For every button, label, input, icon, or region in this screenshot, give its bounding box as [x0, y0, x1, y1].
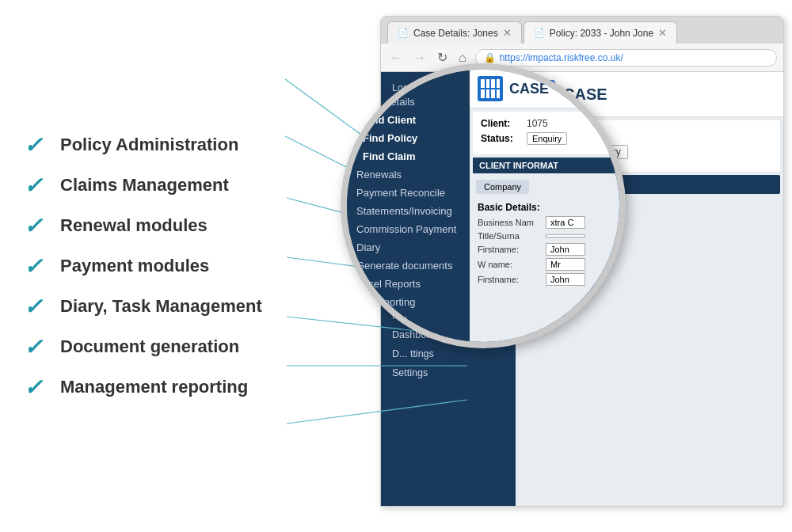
- feature-item-policy-admin: ✓ Policy Administration: [24, 132, 364, 158]
- feature-label-renewal-modules: Renewal modules: [60, 215, 208, 236]
- magnifier-wname-row: W name: Mr: [478, 258, 611, 271]
- magnifier-client-label: Client:: [481, 118, 520, 129]
- magnifier-business-value: xtra C: [546, 216, 585, 229]
- mag-nav-item-11: Excel Reports: [347, 275, 470, 293]
- feature-item-payment-modules: ✓ Payment modules: [24, 253, 364, 279]
- checkmark-claims-mgmt: ✓: [24, 173, 46, 199]
- mag-nav-item-10: Generate documents: [347, 256, 470, 275]
- refresh-button[interactable]: ↻: [435, 50, 450, 65]
- tab-label-1: Policy: 2033 - John Jone: [550, 28, 653, 39]
- tab-icon-1: 📄: [534, 28, 545, 38]
- magnifier-firstname2-row: Firstname: John: [478, 273, 611, 286]
- magnifier-title: CASE: [509, 81, 549, 97]
- browser-tab-0[interactable]: 📄 Case Details: Jones ✕: [387, 21, 522, 44]
- nav-item-15[interactable]: Settings: [381, 363, 516, 382]
- magnifier-details: Basic Details: Business Nam xtra C Title…: [470, 197, 619, 293]
- magnifier-status-badge: Enquiry: [527, 132, 567, 145]
- checkmark-doc-gen: ✓: [24, 334, 46, 360]
- magnifier-firstname-row: Firstname: John: [478, 243, 611, 256]
- tab-close-1[interactable]: ✕: [658, 27, 667, 39]
- magnifier-firstname2-label: Firstname:: [478, 275, 541, 284]
- feature-label-mgmt-reporting: Management reporting: [60, 377, 248, 397]
- magnifier-status-label: Status:: [481, 133, 520, 144]
- feature-item-claims-mgmt: ✓ Claims Management: [24, 173, 364, 199]
- magnifier-firstname2-value: John: [546, 273, 585, 286]
- magnifier-wname-label: W name:: [478, 260, 541, 269]
- browser-tab-1[interactable]: 📄 Policy: 2033 - John Jone ✕: [524, 21, 677, 44]
- magnifier-content: LoginCase DetailsFind ClientFind PolicyF…: [347, 70, 619, 342]
- magnifier-status-row: Status: Enquiry: [481, 132, 608, 145]
- magnifier-firstname-value: John: [546, 243, 585, 256]
- magnifier-client-value: 1075: [527, 118, 548, 129]
- feature-item-doc-gen: ✓ Document generation: [24, 334, 364, 360]
- magnifier-title-label: Title/Surna: [478, 231, 541, 241]
- magnifier-title-value: [546, 234, 585, 238]
- feature-list: ✓ Policy Administration ✓ Claims Managem…: [0, 0, 364, 532]
- mag-nav-item-8: Commission Payment: [347, 220, 470, 238]
- back-button[interactable]: ←: [387, 51, 405, 65]
- mag-nav-item-9: Diary: [347, 238, 470, 256]
- browser-tabs: 📄 Case Details: Jones ✕ 📄 Policy: 2033 -…: [381, 17, 783, 44]
- lock-icon: 🔒: [484, 52, 496, 63]
- checkmark-renewal-modules: ✓: [24, 213, 46, 239]
- magnifier-client-row: Client: 1075: [481, 118, 608, 129]
- mag-nav-item-6: Payment Reconcile: [347, 184, 470, 202]
- checkmark-payment-modules: ✓: [24, 253, 46, 279]
- checkmark-mgmt-reporting: ✓: [24, 374, 46, 401]
- tab-close-0[interactable]: ✕: [503, 27, 512, 39]
- magnifier-section-header: CLIENT INFORMAT: [473, 158, 616, 173]
- checkmark-diary-task: ✓: [24, 294, 46, 320]
- magnifier-title-row: Title/Surna: [478, 231, 611, 241]
- mag-nav-item-3: Find Policy: [347, 129, 470, 147]
- magnifier-calendar-icon: [478, 76, 503, 101]
- feature-label-doc-gen: Document generation: [60, 336, 239, 357]
- tab-icon-0: 📄: [398, 28, 409, 38]
- feature-label-policy-admin: Policy Administration: [60, 135, 238, 155]
- feature-item-renewal-modules: ✓ Renewal modules: [24, 213, 364, 239]
- feature-item-mgmt-reporting: ✓ Management reporting: [24, 374, 364, 401]
- forward-button[interactable]: →: [411, 51, 428, 65]
- mag-nav-item-12: MI Reporting: [347, 293, 470, 311]
- mag-nav-item-5: Renewals: [347, 165, 470, 184]
- tab-label-0: Case Details: Jones: [413, 28, 498, 39]
- magnifier-details-title: Basic Details:: [478, 202, 611, 213]
- mag-nav-item-7: Statements/Invoicing: [347, 202, 470, 220]
- feature-item-diary-task: ✓ Diary, Task Management: [24, 294, 364, 320]
- mag-nav-item-13: Dashboard: [347, 311, 470, 329]
- feature-label-claims-mgmt: Claims Management: [60, 175, 229, 196]
- magnifier-business-label: Business Nam: [478, 218, 541, 227]
- mag-nav-item-4: Find Claim: [347, 147, 470, 165]
- magnifier-business-row: Business Nam xtra C: [478, 216, 611, 229]
- magnifier-company-tab[interactable]: Company: [476, 180, 529, 194]
- magnifier-firstname-label: Firstname:: [478, 245, 541, 254]
- mag-nav-item-1: Case Details: [347, 93, 470, 111]
- url-text: https://impacta.riskfree.co.uk/: [500, 52, 623, 63]
- feature-label-payment-modules: Payment modules: [60, 256, 209, 276]
- home-button[interactable]: ⌂: [456, 51, 469, 65]
- magnifier-tabs: Company: [470, 177, 619, 197]
- magnifier: LoginCase DetailsFind ClientFind PolicyF…: [341, 63, 626, 348]
- browser-container: 📄 Case Details: Jones ✕ 📄 Policy: 2033 -…: [364, 16, 792, 522]
- checkmark-policy-admin: ✓: [24, 132, 46, 158]
- address-bar[interactable]: 🔒 https://impacta.riskfree.co.uk/: [475, 49, 777, 66]
- magnifier-client: Client: 1075 Status: Enquiry: [473, 112, 616, 154]
- mag-nav-item-2: Find Client: [347, 111, 470, 129]
- browser-bar: ← → ↻ ⌂ 🔒 https://impacta.riskfree.co.uk…: [381, 44, 783, 72]
- feature-label-diary-task: Diary, Task Management: [60, 296, 262, 317]
- magnifier-wname-value: Mr: [546, 258, 585, 271]
- magnifier-nav: LoginCase DetailsFind ClientFind PolicyF…: [347, 70, 470, 342]
